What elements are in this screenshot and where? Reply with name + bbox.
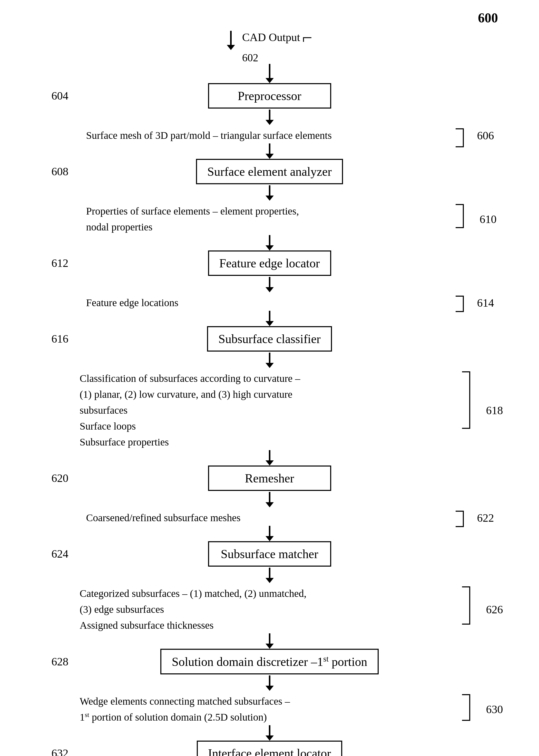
sdd1-box: Solution domain discretizer –1st portion <box>160 649 378 674</box>
sdd1-sup: st <box>323 654 329 663</box>
categorized-brace <box>459 586 475 626</box>
classification-output: Classification of subsurfaces according … <box>64 371 475 450</box>
remesher-label: 620 <box>51 472 68 485</box>
coarsened-output: Coarsened/refined subsurface meshes 622 <box>71 510 468 526</box>
classification-brace <box>459 371 475 430</box>
feature-edge-text: Feature edge locations <box>71 295 468 311</box>
element-props-text: Properties of surface elements – element… <box>71 203 468 235</box>
coarsened-text: Coarsened/refined subsurface meshes <box>71 510 468 526</box>
element-props-brace <box>453 203 468 229</box>
preprocessor-label: 604 <box>51 89 68 102</box>
preprocessor-box: Preprocessor <box>208 83 331 109</box>
wedge-text: Wedge elements connecting matched subsur… <box>64 693 475 725</box>
flow: CAD Output 602 ⌐ 604 Preprocessor Surfac… <box>0 15 539 756</box>
wedge-brace <box>459 693 475 721</box>
categorized-text: Categorized subsurfaces – (1) matched, (… <box>64 586 475 633</box>
sdd1-label: 628 <box>51 655 68 668</box>
coarsened-num: 622 <box>477 511 494 525</box>
cad-num: 602 <box>242 51 300 64</box>
categorized-output: Categorized subsurfaces – (1) matched, (… <box>64 586 475 633</box>
feature-edge-brace <box>453 295 468 313</box>
feature-edge-num: 614 <box>477 296 494 309</box>
fel-box: Feature edge locator <box>208 250 331 276</box>
sea-box: Surface element analyzer <box>196 159 343 184</box>
coarsened-brace <box>453 510 468 528</box>
iel-label: 632 <box>51 747 68 756</box>
cad-output-area: CAD Output 602 ⌐ <box>227 31 312 64</box>
classification-text: Classification of subsurfaces according … <box>64 371 475 450</box>
surface-mesh-num: 606 <box>477 129 494 142</box>
remesher-row: 620 Remesher <box>51 465 488 491</box>
wedge-sup: st <box>85 711 89 718</box>
diagram: 600 CAD Output 602 ⌐ 604 <box>0 0 539 756</box>
remesher-box: Remesher <box>208 465 331 491</box>
cad-label-row: CAD Output 602 ⌐ <box>227 31 312 64</box>
surface-mesh-output: Surface mesh of 3D part/mold – triangula… <box>71 127 468 143</box>
sc-label: 616 <box>51 332 68 345</box>
wedge-num: 630 <box>486 703 503 716</box>
fel-row: 612 Feature edge locator <box>51 250 488 276</box>
surface-mesh-text: Surface mesh of 3D part/mold – triangula… <box>71 127 468 143</box>
categorized-num: 626 <box>486 603 503 616</box>
sc-row: 616 Subsurface classifier <box>51 326 488 352</box>
preprocessor-row: 604 Preprocessor <box>51 83 488 109</box>
sc-box: Subsurface classifier <box>207 326 332 352</box>
sea-label: 608 <box>51 165 68 178</box>
classification-num: 618 <box>486 404 503 417</box>
sm-row: 624 Subsurface matcher <box>51 541 488 567</box>
wedge-output: Wedge elements connecting matched subsur… <box>64 693 475 725</box>
element-props-num: 610 <box>480 213 497 226</box>
surface-mesh-brace <box>453 127 468 148</box>
sm-label: 624 <box>51 547 68 560</box>
sdd1-row: 628 Solution domain discretizer –1st por… <box>51 649 488 674</box>
fel-label: 612 <box>51 257 68 270</box>
iel-row: 632 Interface element locator <box>51 741 488 756</box>
sm-box: Subsurface matcher <box>208 541 331 567</box>
fig-number: 600 <box>478 10 498 26</box>
cad-output-label: CAD Output <box>242 31 300 44</box>
element-props-output: Properties of surface elements – element… <box>71 203 468 235</box>
sea-row: 608 Surface element analyzer <box>51 159 488 184</box>
feature-edge-output: Feature edge locations 614 <box>71 295 468 311</box>
iel-box: Interface element locator <box>197 741 343 756</box>
